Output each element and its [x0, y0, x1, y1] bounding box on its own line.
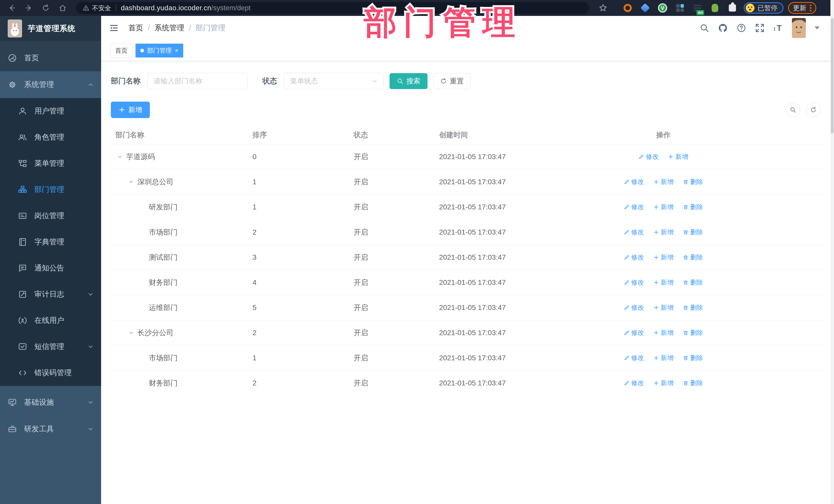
plus-action-link[interactable]: 新增 [653, 203, 674, 211]
plus-action-link[interactable]: 新增 [653, 178, 674, 186]
browser-update-button[interactable]: 更新 [788, 2, 816, 14]
delete-action-link[interactable]: 删除 [683, 379, 703, 387]
refresh-table-button[interactable] [806, 103, 821, 117]
sidebar-item-home[interactable]: 首页 [0, 45, 101, 71]
expand-arrow-icon[interactable] [115, 154, 124, 160]
chevron-down-icon [87, 343, 94, 350]
page-header: 首页/系统管理/部门管理 [101, 16, 834, 40]
browser-chrome: 不安全 dashboard.yudao.iocoder.cn /system/d… [0, 0, 834, 16]
delete-action-link[interactable]: 删除 [683, 303, 703, 312]
scrollbar-thumb[interactable] [831, 18, 833, 133]
plus-action-link[interactable]: 新增 [653, 328, 674, 337]
sidebar-item-online[interactable]: 在线用户 [0, 307, 101, 334]
edit-action-link[interactable]: 修改 [624, 328, 644, 337]
expand-arrow-icon[interactable] [127, 179, 135, 185]
plus-action-link[interactable]: 新增 [653, 278, 674, 287]
tab-home[interactable]: 首页 [110, 44, 132, 58]
plus-action-link[interactable]: 新增 [653, 228, 674, 236]
extension-puzzle-icon[interactable] [727, 2, 738, 14]
sidebar-item-label: 研发工具 [24, 424, 80, 434]
sidebar-item-label: 角色管理 [35, 132, 94, 143]
edit-action-link[interactable]: 修改 [624, 354, 644, 362]
tab-close-icon[interactable]: × [175, 47, 178, 53]
sidebar-item-infra[interactable]: 基础设施 [0, 389, 101, 416]
sidebar-item-errcode[interactable]: 错误码管理 [0, 360, 101, 386]
plus-action-link[interactable]: 新增 [653, 354, 674, 362]
edit-action-link[interactable]: 修改 [624, 303, 644, 312]
delete-action-link[interactable]: 删除 [683, 203, 703, 211]
security-warning[interactable]: 不安全 [83, 4, 111, 12]
breadcrumb-item[interactable]: 首页 [128, 23, 143, 33]
github-icon[interactable] [718, 23, 728, 33]
header-search-icon[interactable] [700, 23, 709, 33]
app-logo[interactable]: 芋道管理系统 [0, 16, 101, 41]
extension-list-icon[interactable]: on [692, 2, 703, 14]
toggle-search-button[interactable] [786, 103, 800, 117]
delete-action-link[interactable]: 删除 [683, 278, 703, 287]
breadcrumb-item[interactable]: 系统管理 [154, 23, 184, 33]
browser-forward-button[interactable] [22, 2, 36, 14]
plus-action-link[interactable]: 新增 [653, 253, 674, 262]
action-label: 新增 [661, 328, 674, 337]
delete-action-link[interactable]: 删除 [683, 328, 703, 337]
tab-dept[interactable]: 部门管理× [135, 44, 183, 58]
hamburger-icon[interactable] [109, 23, 119, 33]
address-bar[interactable]: 不安全 dashboard.yudao.iocoder.cn /system/d… [76, 2, 589, 14]
search-button[interactable]: 搜索 [390, 73, 427, 89]
sidebar-item-role[interactable]: 角色管理 [0, 124, 101, 150]
sidebar-item-dept[interactable]: 部门管理 [0, 177, 101, 203]
action-label: 删除 [690, 203, 703, 211]
plus-action-link[interactable]: 新增 [653, 303, 674, 312]
edit-action-link[interactable]: 修改 [624, 178, 644, 186]
extension-orange-ring-icon[interactable] [622, 2, 633, 14]
bookmark-star-icon[interactable] [596, 2, 610, 14]
sidebar-item-sms[interactable]: 短信管理 [0, 334, 101, 360]
browser-back-button[interactable] [5, 2, 19, 14]
browser-home-button[interactable] [56, 2, 70, 14]
sidebar-item-user[interactable]: 用户管理 [0, 98, 101, 124]
plus-action-link[interactable]: 新增 [668, 152, 688, 161]
chevron-down-icon [87, 426, 94, 432]
browser-menu-icon[interactable] [810, 5, 811, 11]
sidebar-item-menu[interactable]: 菜单管理 [0, 150, 101, 177]
sidebar-item-dict[interactable]: 字典管理 [0, 229, 101, 255]
help-icon[interactable] [737, 23, 746, 33]
sidebar-item-devtool[interactable]: 研发工具 [0, 416, 101, 442]
edit-action-link[interactable]: 修改 [624, 278, 644, 287]
edit-action-link[interactable]: 修改 [624, 379, 644, 387]
add-button[interactable]: 新增 [111, 102, 150, 118]
sidebar-item-notice[interactable]: 通知公告 [0, 255, 101, 281]
cell-created: 2021-01-05 17:03:47 [435, 379, 585, 387]
dept-name-text: 财务部门 [149, 278, 178, 287]
font-size-icon[interactable] [773, 23, 783, 33]
plus-action-link[interactable]: 新增 [653, 379, 674, 387]
extension-green-v-icon[interactable]: V [657, 2, 668, 14]
page-scrollbar[interactable] [830, 0, 834, 504]
sidebar-item-audit[interactable]: 审计日志 [0, 281, 101, 307]
edit-action-link[interactable]: 修改 [624, 228, 644, 236]
edit-action-link[interactable]: 修改 [624, 203, 644, 211]
user-icon [18, 107, 27, 116]
avatar-caret-down-icon[interactable] [814, 26, 820, 29]
fullscreen-icon[interactable] [755, 23, 765, 33]
browser-reload-button[interactable] [39, 2, 53, 14]
delete-action-link[interactable]: 删除 [683, 354, 703, 362]
status-select[interactable]: 菜单状态 [284, 73, 383, 89]
reset-button[interactable]: 重置 [433, 73, 470, 89]
cell-created: 2021-01-05 17:03:47 [435, 253, 585, 262]
dept-name-input[interactable] [147, 73, 248, 89]
user-avatar[interactable] [792, 18, 806, 38]
extension-grid-icon[interactable] [674, 2, 686, 14]
expand-arrow-icon[interactable] [127, 330, 135, 336]
extension-blue-gem-icon[interactable] [639, 2, 651, 14]
edit-action-link[interactable]: 修改 [638, 152, 659, 161]
delete-action-link[interactable]: 删除 [683, 228, 703, 236]
delete-action-link[interactable]: 删除 [683, 253, 703, 262]
edit-action-link[interactable]: 修改 [624, 253, 644, 262]
sidebar-item-system[interactable]: 系统管理 [0, 71, 101, 98]
search-icon [397, 78, 403, 84]
browser-profile-chip[interactable]: 已暂停 [744, 2, 784, 14]
delete-action-link[interactable]: 删除 [683, 178, 703, 186]
sidebar-item-post[interactable]: 岗位管理 [0, 203, 101, 229]
extension-figure-icon[interactable] [709, 2, 721, 14]
